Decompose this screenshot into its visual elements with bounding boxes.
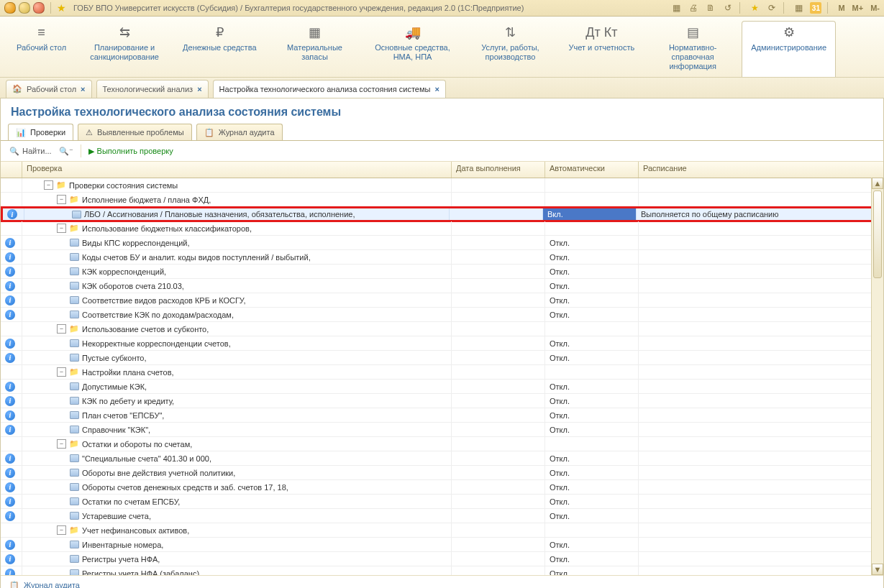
expander-icon[interactable]: −	[57, 324, 66, 334]
run-check-button[interactable]: ▶Выполнить проверку	[88, 147, 173, 156]
tab-close-icon[interactable]: ×	[81, 85, 85, 93]
info-icon[interactable]: i	[5, 238, 15, 248]
vertical-scrollbar[interactable]: ▲ ▼	[871, 178, 883, 575]
info-icon[interactable]: i	[5, 554, 15, 564]
favorite-icon[interactable]: ★	[57, 2, 66, 14]
info-icon[interactable]: i	[5, 339, 15, 349]
info-icon[interactable]: i	[5, 497, 15, 507]
table-row[interactable]: i Соответствие видов расходов КРБ и КОСГ…	[1, 293, 883, 308]
inner-tab-0[interactable]: 📊Проверки	[8, 124, 73, 140]
table-row[interactable]: i Коды счетов БУ и аналит. коды видов по…	[1, 250, 883, 265]
table-row[interactable]: i КЭК оборотов счета 210.03,Откл.	[1, 279, 883, 293]
tab-close-icon[interactable]: ×	[434, 85, 439, 93]
section-3[interactable]: ▦Материальные запасы	[266, 21, 364, 77]
expander-icon[interactable]: −	[57, 367, 66, 377]
col-auto[interactable]: Автоматически	[545, 162, 639, 178]
table-row[interactable]: − 📁 Учет нефинансовых активов,	[1, 523, 883, 538]
info-icon[interactable]: i	[5, 425, 15, 435]
info-icon[interactable]: i	[5, 267, 15, 277]
info-icon[interactable]: i	[5, 252, 15, 262]
col-name[interactable]: Проверка	[22, 162, 452, 178]
info-icon[interactable]: i	[5, 295, 15, 306]
table-row[interactable]: i ЛБО / Ассигнования / Плановые назначен…	[1, 206, 883, 222]
info-icon[interactable]: i	[5, 482, 15, 492]
table-row[interactable]: i Инвентарные номера,Откл.	[1, 538, 883, 552]
star-icon[interactable]: ★	[749, 2, 760, 14]
table-row[interactable]: i Регистры учета НФА,Откл.	[1, 552, 883, 566]
expander-icon[interactable]: −	[57, 525, 66, 535]
info-icon[interactable]: i	[5, 396, 15, 406]
table-row[interactable]: i "Специальные счета" 401.30 и 000,Откл.	[1, 451, 883, 466]
calendar-icon[interactable]: 31	[810, 2, 821, 14]
table-row[interactable]: i Некорректные корреспонденции счетов,От…	[1, 336, 883, 351]
find-button[interactable]: 🔍Найти...	[9, 147, 52, 156]
info-icon[interactable]: i	[5, 511, 15, 521]
table-row[interactable]: − 📁 Исполнение бюджета / плана ФХД,	[1, 193, 883, 207]
memory-mminus[interactable]: M-	[870, 4, 880, 12]
table-row[interactable]: i Устаревшие счета,Откл.	[1, 509, 883, 523]
window-minimize-button[interactable]	[19, 2, 30, 14]
print-icon[interactable]: 🖨	[688, 2, 699, 14]
table-row[interactable]: i Соответствие КЭК по доходам/расходам,О…	[1, 308, 883, 322]
scroll-down-button[interactable]: ▼	[872, 564, 883, 575]
table-row[interactable]: i Справочник "КЭК",Откл.	[1, 423, 883, 437]
doc-tab-1[interactable]: Технологический анализ×	[96, 80, 209, 98]
info-icon[interactable]: i	[5, 454, 15, 464]
table-row[interactable]: i КЭК корреспонденций,Откл.	[1, 265, 883, 279]
calculator-icon[interactable]: ▦	[793, 2, 804, 14]
doc-tab-2[interactable]: Настройка технологического анализа состо…	[213, 80, 446, 98]
refresh-icon[interactable]: ↺	[722, 2, 734, 14]
info-icon[interactable]: i	[5, 310, 15, 320]
section-1[interactable]: ⇆Планирование и санкционирование	[76, 21, 173, 77]
window-close-button[interactable]	[4, 2, 16, 14]
table-row[interactable]: i КЭК по дебету и кредиту,Откл.	[1, 394, 883, 408]
section-5[interactable]: ⇅Услуги, работы, производство	[462, 21, 560, 77]
col-sched[interactable]: Расписание	[639, 162, 883, 178]
info-icon[interactable]: i	[5, 540, 15, 550]
info-icon[interactable]: i	[5, 569, 15, 576]
info-icon[interactable]: i	[5, 468, 15, 478]
table-row[interactable]: i Обороты счетов денежных средств и заб.…	[1, 480, 883, 495]
table-row[interactable]: i План счетов "ЕПСБУ",Откл.	[1, 408, 883, 423]
info-icon[interactable]: i	[5, 410, 15, 421]
section-8[interactable]: ⚙Администрирование	[742, 21, 836, 77]
table-row[interactable]: i Допустимые КЭК,Откл.	[1, 380, 883, 394]
expander-icon[interactable]: −	[57, 439, 66, 449]
table-row[interactable]: i Остатки по счетам ЕПСБУ,Откл.	[1, 495, 883, 509]
col-date[interactable]: Дата выполнения	[452, 162, 545, 178]
table-row[interactable]: − 📁 Настройки плана счетов,	[1, 365, 883, 380]
memory-m[interactable]: M	[838, 4, 844, 12]
doc-tab-0[interactable]: 🏠Рабочий стол×	[6, 80, 92, 98]
expander-icon[interactable]: −	[57, 195, 66, 204]
info-icon[interactable]: i	[7, 209, 17, 219]
section-4[interactable]: 🚚Основные средства, НМА, НПА	[364, 21, 462, 77]
checks-grid[interactable]: Проверка Дата выполнения Автоматически Р…	[1, 162, 883, 575]
info-icon[interactable]: i	[5, 353, 15, 363]
section-2[interactable]: ₽Денежные средства	[173, 21, 265, 77]
table-row[interactable]: − 📁 Остатки и обороты по счетам,	[1, 437, 883, 451]
memory-mplus[interactable]: M+	[852, 4, 864, 12]
table-row[interactable]: i Регистры учета НФА (забаланс),Откл.	[1, 566, 883, 575]
document-icon[interactable]: 🗎	[705, 2, 716, 14]
table-row[interactable]: i Обороты вне действия учетной политики,…	[1, 466, 883, 480]
clear-filter-button[interactable]: 🔍⁻	[59, 147, 73, 156]
section-6[interactable]: Дт КтУчет и отчетность	[560, 21, 644, 77]
expander-icon[interactable]: −	[44, 180, 53, 190]
inner-tab-1[interactable]: ⚠Выявленные проблемы	[78, 124, 192, 140]
history-icon[interactable]: ⟳	[766, 2, 778, 14]
inner-tab-2[interactable]: 📋Журнал аудита	[196, 124, 283, 140]
table-row[interactable]: i Виды КПС корреспонденций,Откл.	[1, 236, 883, 250]
table-row[interactable]: i Пустые субконто,Откл.	[1, 351, 883, 365]
scroll-thumb[interactable]	[873, 190, 882, 278]
expander-icon[interactable]: −	[57, 224, 66, 233]
info-icon[interactable]: i	[5, 281, 15, 291]
section-7[interactable]: ▤Нормативно-справочная информация	[644, 21, 742, 77]
section-0[interactable]: ≡Рабочий стол	[7, 21, 76, 77]
table-row[interactable]: − 📁 Использование счетов и субконто,	[1, 322, 883, 336]
audit-journal-link[interactable]: Журнал аудита	[24, 581, 80, 588]
toolbar-icon[interactable]: ▦	[670, 2, 682, 14]
window-maximize-button[interactable]	[33, 2, 45, 14]
scroll-up-button[interactable]: ▲	[872, 178, 883, 189]
table-row[interactable]: − 📁 Проверки состояния системы	[1, 178, 883, 193]
tab-close-icon[interactable]: ×	[197, 85, 201, 93]
